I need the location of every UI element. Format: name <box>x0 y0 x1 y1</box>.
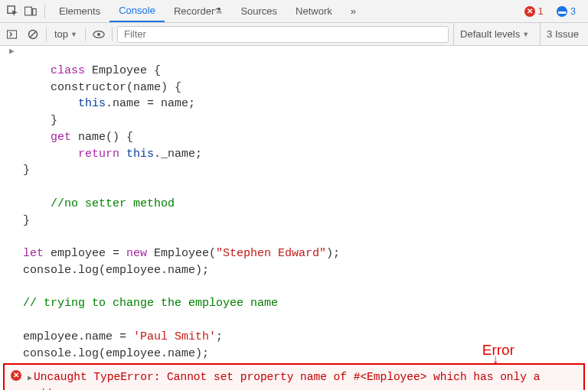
console-error-entry[interactable]: ✕ ▶Uncaught TypeError: Cannot set proper… <box>5 365 583 390</box>
console-input-entry[interactable]: ▶class Employee { constructor(name) { th… <box>0 46 588 362</box>
code-token <box>119 148 126 161</box>
code-token: console.log(employee.name); <box>23 264 209 277</box>
svg-rect-2 <box>33 8 36 15</box>
code-token: // trying to change the employee name <box>23 297 278 310</box>
levels-selector[interactable]: Default levels ▼ <box>453 23 535 45</box>
levels-value: Default levels <box>460 28 520 40</box>
console-output: ▶class Employee { constructor(name) { th… <box>0 46 588 390</box>
svg-rect-1 <box>24 7 31 15</box>
code-token: name() { <box>71 131 133 144</box>
error-highlight-box: Error ↓ ✕ ▶Uncaught TypeError: Cannot se… <box>3 363 585 390</box>
error-message: Uncaught TypeError: Cannot set property … <box>28 371 547 390</box>
error-icon: ✕ <box>524 6 535 17</box>
info-count: 3 <box>570 6 576 17</box>
code-token: "Stephen Edward" <box>216 247 326 260</box>
code-token: return <box>78 148 119 161</box>
expand-icon[interactable]: ▶ <box>28 374 32 382</box>
separator <box>46 28 47 41</box>
code-token: } <box>23 214 30 227</box>
clear-console-icon[interactable] <box>24 26 41 43</box>
code-token: //no setter method <box>23 197 175 210</box>
tab-console[interactable]: Console <box>109 0 165 22</box>
code-token: this <box>78 97 106 110</box>
live-expression-icon[interactable] <box>90 26 107 43</box>
code-token: let <box>23 247 44 260</box>
console-toolbar: top ▼ Default levels ▼ 3 Issue <box>0 23 588 46</box>
code-token: ); <box>326 247 340 260</box>
code-token: (name) { <box>126 81 181 94</box>
issues-button[interactable]: 3 Issue <box>540 23 585 45</box>
main-tab-bar: Elements Console Recorder ⚗ Sources Netw… <box>0 0 588 23</box>
filter-input[interactable] <box>117 26 449 43</box>
sidebar-toggle-icon[interactable] <box>3 26 20 43</box>
expand-icon[interactable]: ▶ <box>9 46 15 58</box>
caret-down-icon: ▼ <box>522 31 529 38</box>
svg-point-7 <box>97 33 100 36</box>
tab-elements[interactable]: Elements <box>50 0 109 22</box>
code-token: 'Paul Smith' <box>133 330 216 343</box>
code-token: console.log(employee.name); <box>23 347 209 360</box>
caret-down-icon: ▼ <box>70 31 77 38</box>
info-count-badge[interactable]: ▬3 <box>552 6 580 17</box>
code-token: employee.name = <box>23 330 133 343</box>
code-token: ._name; <box>154 148 202 161</box>
tab-sources[interactable]: Sources <box>231 0 286 22</box>
code-token: .name = name; <box>106 97 195 110</box>
error-count: 1 <box>538 6 544 17</box>
code-token <box>23 97 78 110</box>
code-token: new <box>126 247 147 260</box>
svg-line-5 <box>30 31 36 37</box>
error-count-badge[interactable]: ✕1 <box>520 6 548 17</box>
code-token: ; <box>216 330 223 343</box>
code-token <box>23 131 51 144</box>
separator <box>85 28 86 41</box>
code-token: employee = <box>44 247 126 260</box>
code-token: class <box>51 64 85 77</box>
inspect-icon[interactable] <box>3 2 21 21</box>
info-icon: ▬ <box>557 6 567 17</box>
code-token: this <box>126 148 154 161</box>
code-token: get <box>51 131 71 144</box>
code-token: } <box>23 164 30 177</box>
tab-recorder-label: Recorder <box>174 5 214 17</box>
device-icon[interactable] <box>21 2 40 21</box>
code-token: Employee <box>85 64 154 77</box>
tab-recorder[interactable]: Recorder ⚗ <box>165 0 231 22</box>
tab-more[interactable]: » <box>341 0 365 22</box>
code-token: { <box>154 64 161 77</box>
separator <box>44 5 45 18</box>
code-token <box>23 148 78 161</box>
context-value: top <box>54 28 68 40</box>
code-token: constructor <box>23 81 126 94</box>
code-token: } <box>23 114 57 127</box>
tab-network[interactable]: Network <box>286 0 341 22</box>
flask-icon: ⚗ <box>214 6 222 16</box>
code-token: Employee( <box>147 247 216 260</box>
context-selector[interactable]: top ▼ <box>51 28 80 40</box>
error-badge-icon: ✕ <box>11 370 21 381</box>
separator <box>112 28 113 41</box>
